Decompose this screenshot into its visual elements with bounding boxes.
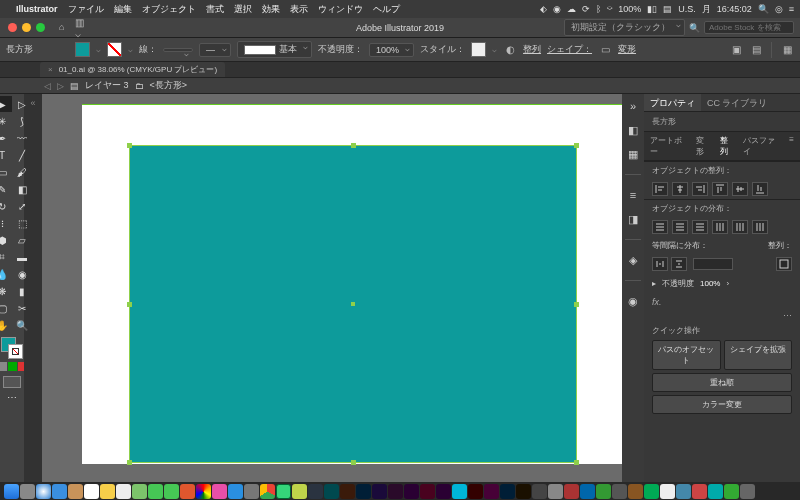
graph-tool[interactable]: ▮ xyxy=(12,283,32,299)
dock-characteranimator-icon[interactable] xyxy=(388,484,403,499)
zoom-tool[interactable]: 🔍 xyxy=(12,317,32,333)
graphic-style-swatch[interactable] xyxy=(471,42,486,57)
blend-tool[interactable]: ◉ xyxy=(12,266,32,282)
fx-row[interactable]: fx. xyxy=(644,293,800,311)
menu-window[interactable]: ウィンドウ xyxy=(318,3,363,16)
dock-lightroom-icon[interactable] xyxy=(500,484,515,499)
stroke-swatch[interactable] xyxy=(107,42,122,57)
dock-maps-icon[interactable] xyxy=(132,484,147,499)
spotlight-icon[interactable]: 🔍 xyxy=(758,4,769,14)
dock-bridge-icon[interactable] xyxy=(516,484,531,499)
gradient-tool[interactable]: ▬ xyxy=(12,249,32,265)
menu-help[interactable]: ヘルプ xyxy=(373,3,400,16)
appearance-panel-icon[interactable]: ◉ xyxy=(625,293,641,309)
align-to-dropdown[interactable] xyxy=(776,257,792,271)
selection-tool[interactable]: ▶ xyxy=(0,96,12,112)
dock-illustrator-icon[interactable] xyxy=(468,484,483,499)
subtab-artboard[interactable]: アートボー xyxy=(650,135,688,157)
dock-app-3-icon[interactable] xyxy=(564,484,579,499)
dock-indesign-icon[interactable] xyxy=(420,484,435,499)
dock-messages-icon[interactable] xyxy=(148,484,163,499)
dock-chrome-icon[interactable] xyxy=(260,484,275,499)
align-bottom-icon[interactable] xyxy=(752,182,768,196)
dock-audition-icon[interactable] xyxy=(324,484,339,499)
isolate-icon[interactable]: ▣ xyxy=(729,43,743,57)
eraser-tool[interactable]: ◧ xyxy=(12,181,32,197)
shape-convert-icon[interactable]: ▭ xyxy=(598,43,612,57)
menu-type[interactable]: 書式 xyxy=(206,3,224,16)
dock-finder-icon[interactable] xyxy=(4,484,19,499)
dock-app-8-icon[interactable] xyxy=(644,484,659,499)
breadcrumb-object[interactable]: <長方形> xyxy=(150,79,188,92)
stroke-width-dropdown[interactable] xyxy=(163,48,193,52)
dock-facetime-icon[interactable] xyxy=(164,484,179,499)
align-right-icon[interactable] xyxy=(692,182,708,196)
flag-icon[interactable]: ▤ xyxy=(663,4,672,14)
symbol-sprayer-tool[interactable]: ❋ xyxy=(0,283,12,299)
opacity-prop-value[interactable]: 100% xyxy=(700,279,720,288)
magic-wand-tool[interactable]: ✳ xyxy=(0,113,12,129)
breadcrumb-layer[interactable]: レイヤー 3 xyxy=(85,79,129,92)
dock-app-2-icon[interactable] xyxy=(548,484,563,499)
align-left-icon[interactable] xyxy=(652,182,668,196)
close-tab-icon[interactable]: × xyxy=(48,65,53,74)
resize-handle[interactable] xyxy=(574,302,579,307)
edit-toolbar-icon[interactable]: ⋯ xyxy=(2,389,22,405)
hdist-center-icon[interactable] xyxy=(732,220,748,234)
hdist-left-icon[interactable] xyxy=(712,220,728,234)
resize-handle[interactable] xyxy=(351,143,356,148)
spacing-input[interactable] xyxy=(693,258,733,270)
fill-stroke-indicator[interactable] xyxy=(1,337,23,359)
opacity-dropdown[interactable]: 100% xyxy=(369,43,414,57)
dock-app-12-icon[interactable] xyxy=(708,484,723,499)
align-hcenter-icon[interactable] xyxy=(672,182,688,196)
tab-cc-libraries[interactable]: CC ライブラリ xyxy=(701,94,774,111)
dock-mediaencoder-icon[interactable] xyxy=(436,484,451,499)
pen-tool[interactable]: ✒ xyxy=(0,130,12,146)
mesh-tool[interactable]: ⌗ xyxy=(0,249,12,265)
notification-icon[interactable]: ≡ xyxy=(789,4,794,14)
dock-photobooth-icon[interactable] xyxy=(180,484,195,499)
scale-tool[interactable]: ⤢ xyxy=(12,198,32,214)
vspace-icon[interactable] xyxy=(671,257,687,271)
curvature-tool[interactable]: 〰 xyxy=(12,130,32,146)
stroke-color-icon[interactable] xyxy=(8,344,23,359)
wifi-icon[interactable]: ⌔ xyxy=(607,4,612,14)
dock-trash-icon[interactable] xyxy=(740,484,755,499)
dock-app-1-icon[interactable] xyxy=(532,484,547,499)
collapse-panels-icon[interactable]: » xyxy=(625,98,641,114)
stroke-profile-dropdown[interactable]: — xyxy=(199,43,231,57)
type-tool[interactable]: T xyxy=(0,147,12,163)
tab-properties[interactable]: プロパティ xyxy=(644,94,701,111)
breadcrumb-back-icon[interactable]: ◁ xyxy=(44,81,51,91)
resize-handle[interactable] xyxy=(127,460,132,465)
resize-handle[interactable] xyxy=(127,143,132,148)
stroke-panel-icon[interactable]: ≡ xyxy=(625,187,641,203)
vdist-top-icon[interactable] xyxy=(652,220,668,234)
selected-rectangle[interactable] xyxy=(130,146,576,462)
edit-icon[interactable]: ▤ xyxy=(749,43,763,57)
hdist-right-icon[interactable] xyxy=(752,220,768,234)
dock-notes-icon[interactable] xyxy=(100,484,115,499)
dock-calendar-icon[interactable] xyxy=(84,484,99,499)
siri-icon[interactable]: ◎ xyxy=(775,4,783,14)
perspective-tool[interactable]: ▱ xyxy=(12,232,32,248)
hand-tool[interactable]: ✋ xyxy=(0,317,12,333)
menu-select[interactable]: 選択 xyxy=(234,3,252,16)
battery-icon[interactable]: ▮▯ xyxy=(647,4,657,14)
app-name[interactable]: Illustrator xyxy=(16,4,58,14)
offset-path-button[interactable]: パスのオフセット xyxy=(652,340,721,370)
dock-reminders-icon[interactable] xyxy=(116,484,131,499)
resize-handle[interactable] xyxy=(127,302,132,307)
swatches-panel-icon[interactable]: ▦ xyxy=(625,146,641,162)
align-top-icon[interactable] xyxy=(712,182,728,196)
arrange-button[interactable]: 重ね順 xyxy=(652,373,792,392)
line-tool[interactable]: ╱ xyxy=(12,147,32,163)
rotate-tool[interactable]: ↻ xyxy=(0,198,12,214)
lasso-tool[interactable]: ⟆ xyxy=(12,113,32,129)
dock-app-7-icon[interactable] xyxy=(628,484,643,499)
dock-mail-icon[interactable] xyxy=(52,484,67,499)
menu-view[interactable]: 表示 xyxy=(290,3,308,16)
blend-mode-icon[interactable]: ▸ xyxy=(652,279,656,288)
dock-premiererush-icon[interactable] xyxy=(452,484,467,499)
